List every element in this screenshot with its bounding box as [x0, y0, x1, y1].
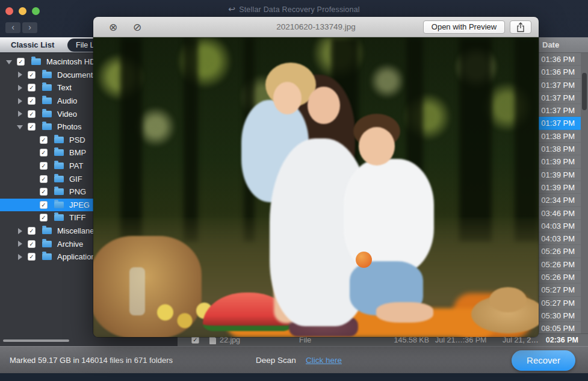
disclosure-placeholder — [28, 162, 36, 170]
folder-icon — [42, 123, 52, 130]
vertical-scrollbar-thumb[interactable] — [582, 73, 587, 110]
disclosure-triangle-icon[interactable] — [5, 58, 13, 66]
tab-classic-list[interactable]: Classic List — [11, 37, 54, 53]
marked-summary-text: Marked 59.17 GB in 146014 files in 671 f… — [10, 347, 173, 374]
folder-icon — [54, 163, 64, 169]
folder-icon — [42, 84, 52, 91]
photo-preview-image — [93, 37, 539, 337]
date-cell: 05:26 PM — [541, 258, 575, 271]
folder-icon — [42, 111, 52, 117]
checkbox[interactable]: ✓ — [40, 162, 48, 170]
tree-item-label: Documents — [57, 70, 97, 79]
photo-mother — [308, 87, 340, 124]
back-arrow-icon: ↩ — [228, 4, 235, 14]
deep-scan-link[interactable]: Click here — [306, 347, 342, 374]
date-column-header[interactable]: Date — [542, 37, 559, 53]
tree-item-label: PAT — [69, 161, 83, 170]
date-cell: 04:03 PM — [541, 220, 575, 232]
date-cell: 05:26 PM — [541, 271, 575, 283]
tree-item-label: PNG — [69, 187, 86, 196]
file-modified-time-cell: 02:36 PM — [537, 334, 578, 347]
date-cell: 01:37 PM — [541, 117, 575, 129]
stellar-data-recovery-window: ↩Stellar Data Recovery Professional ‹ › … — [0, 0, 588, 381]
disclosure-triangle-icon[interactable] — [16, 240, 24, 248]
date-cell: 01:37 PM — [541, 79, 575, 91]
disclosure-triangle-icon[interactable] — [16, 110, 24, 118]
date-cell: 01:37 PM — [541, 91, 575, 104]
disclosure-triangle-icon[interactable] — [16, 253, 24, 261]
checkbox[interactable]: ✓ — [28, 253, 36, 261]
date-cell: 01:37 PM — [541, 104, 575, 117]
status-bar: Marked 59.17 GB in 146014 files in 671 f… — [0, 346, 588, 373]
folder-icon — [42, 72, 52, 78]
preview-titlebar: ⊗ ⊘ 20210620-133749.jpg Open with Previe… — [93, 17, 539, 37]
disclosure-placeholder — [28, 149, 36, 157]
checkbox[interactable]: ✓ — [28, 71, 36, 79]
folder-icon — [54, 214, 64, 221]
checkbox[interactable]: ✓ — [28, 97, 36, 105]
folder-icon — [42, 241, 52, 247]
date-cell: 05:27 PM — [541, 297, 575, 309]
photo-boy-left — [273, 82, 302, 114]
tree-item-label: Macintosh HD — [46, 57, 96, 66]
disclosure-triangle-icon[interactable] — [16, 70, 24, 79]
share-icon — [516, 22, 525, 33]
folder-icon — [42, 228, 52, 234]
checkbox[interactable]: ✓ — [40, 201, 48, 209]
date-cell: 01:38 PM — [541, 143, 575, 155]
date-cell: 02:34 PM — [541, 194, 575, 206]
file-icon — [209, 336, 216, 344]
checkbox[interactable]: ✓ — [40, 136, 48, 144]
tree-item-label: TIFF — [69, 213, 85, 222]
tree-item-label: BMP — [69, 148, 86, 157]
recover-button[interactable]: Recover — [512, 350, 575, 371]
disclosure-placeholder — [28, 175, 36, 183]
tree-item-label: GIF — [69, 175, 82, 184]
tree-item-label: Text — [57, 83, 72, 92]
disclosure-triangle-icon[interactable] — [16, 97, 24, 105]
tree-item-label: Audio — [57, 96, 77, 105]
checkbox[interactable]: ✓ — [40, 175, 48, 183]
tree-item-label: Archive — [57, 240, 83, 249]
folder-icon — [54, 202, 64, 208]
open-with-preview-button[interactable]: Open with Preview — [423, 20, 505, 34]
checkbox[interactable]: ✓ — [40, 214, 48, 221]
tree-item-label: PSD — [69, 135, 85, 144]
date-cell: 05:26 PM — [541, 245, 575, 258]
folder-icon — [54, 137, 64, 143]
folder-icon — [54, 188, 64, 195]
date-cell: 05:30 PM — [541, 309, 575, 322]
checkbox[interactable]: ✓ — [40, 149, 48, 156]
disclosure-triangle-icon[interactable] — [16, 84, 24, 92]
checkbox[interactable]: ✓ — [28, 227, 36, 235]
folder-icon — [54, 176, 64, 182]
folder-icon — [54, 149, 64, 156]
horizontal-scrollbar-thumb[interactable] — [3, 339, 69, 342]
nav-forward-button[interactable]: › — [22, 22, 37, 33]
date-cell: 04:03 PM — [541, 232, 575, 245]
checkbox[interactable]: ✓ — [28, 84, 36, 91]
tree-item-label: Video — [57, 110, 77, 119]
disclosure-placeholder — [28, 188, 36, 196]
disclosure-placeholder — [28, 200, 36, 209]
disclosure-triangle-icon[interactable] — [16, 227, 24, 235]
disclosure-placeholder — [28, 135, 36, 144]
checkbox[interactable]: ✓ — [17, 58, 25, 66]
share-button[interactable] — [510, 20, 531, 34]
checkbox[interactable]: ✓ — [28, 123, 36, 131]
preview-window: ⊗ ⊘ 20210620-133749.jpg Open with Previe… — [93, 17, 539, 337]
folder-icon — [31, 58, 41, 65]
date-cell: 01:38 PM — [541, 130, 575, 143]
disclosure-triangle-icon[interactable] — [16, 123, 24, 131]
checkbox[interactable]: ✓ — [28, 110, 36, 118]
checkbox[interactable]: ✓ — [28, 240, 36, 248]
disclosure-placeholder — [28, 214, 36, 222]
date-cell: 01:36 PM — [541, 53, 575, 66]
deep-scan-label: Deep Scan — [256, 347, 296, 374]
nav-back-button[interactable]: ‹ — [5, 22, 20, 33]
vertical-scrollbar[interactable] — [581, 53, 588, 346]
checkbox[interactable]: ✓ — [40, 188, 48, 196]
tree-item-label: JPEG — [69, 200, 90, 209]
folder-icon — [42, 253, 52, 260]
date-cell: 01:39 PM — [541, 181, 575, 194]
